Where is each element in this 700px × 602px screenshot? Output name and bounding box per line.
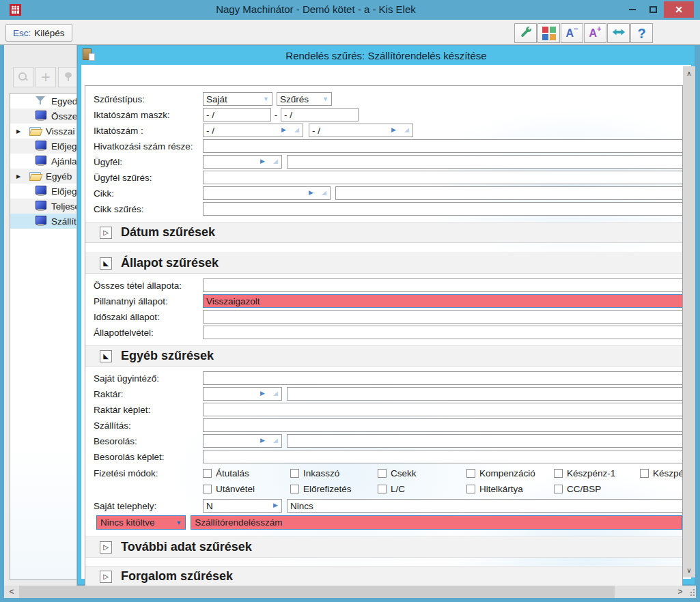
section-status-filters[interactable]: ◣ Állapot szűrések: [85, 253, 683, 274]
tree-item-visszai[interactable]: ▶ Visszai: [10, 124, 77, 139]
status-recording-input[interactable]: [203, 326, 683, 339]
lookup-arrow-icon[interactable]: ▶: [260, 437, 265, 444]
lookup-arrow-icon[interactable]: ▶: [309, 189, 313, 196]
settings-button[interactable]: [514, 23, 537, 43]
reg-num-to-input[interactable]: - / ▶ ◢: [309, 124, 413, 137]
section-title: További adat szűrések: [121, 540, 252, 554]
resize-width-button[interactable]: [607, 23, 630, 43]
current-status-input[interactable]: Visszaigazolt: [203, 294, 683, 308]
tree-item-egyeb[interactable]: ▶ Egyéb: [10, 169, 77, 184]
checkbox-elorefizetes[interactable]: [290, 485, 299, 493]
article-name-input[interactable]: [335, 186, 683, 200]
classification-formula-input[interactable]: [203, 450, 683, 463]
own-admin-input[interactable]: [203, 371, 683, 385]
own-site-name-input[interactable]: Nincs: [287, 499, 683, 513]
classification-code-input[interactable]: ▶ ◢: [203, 434, 282, 448]
supplier-order-number-input[interactable]: Szállítórendelésszám: [191, 515, 682, 530]
lookup-arrow-icon[interactable]: ▶: [273, 502, 278, 508]
vertical-scrollbar[interactable]: ∧ ∨: [683, 66, 695, 577]
horizontal-scrollbar[interactable]: < >: [4, 586, 696, 598]
minimize-button[interactable]: [623, 1, 642, 18]
maximize-button[interactable]: [643, 1, 662, 18]
checkbox-ccbsp[interactable]: [554, 485, 563, 493]
tree-view-button[interactable]: [58, 67, 77, 87]
warehouse-code-input[interactable]: ▶ ◢: [203, 387, 282, 401]
article-code-input[interactable]: ▶ ◢: [203, 186, 331, 200]
shipping-input[interactable]: [203, 418, 683, 432]
titlebar: Nagy Machinátor - Demó kötet - a - Kis E…: [0, 0, 700, 20]
expander-collapsed-icon[interactable]: ▷: [100, 541, 112, 554]
expander-expanded-icon[interactable]: ◣: [100, 257, 112, 270]
checkbox-hitelkartya[interactable]: [466, 485, 475, 493]
filter-type-dropdown[interactable]: Saját▼: [203, 92, 272, 106]
reg-mask-to-input[interactable]: - /: [281, 108, 359, 121]
section-date-filters[interactable]: ▷ Dátum szűrések: [85, 222, 683, 243]
lookup-arrow-icon[interactable]: ▶: [260, 390, 265, 397]
reg-num-from-input[interactable]: - / ▶ ◢: [203, 124, 303, 137]
expand-arrow-icon[interactable]: ▶: [14, 173, 23, 180]
help-button[interactable]: ?: [630, 23, 653, 43]
tree-item-teljese[interactable]: Teljese: [10, 199, 77, 214]
add-button[interactable]: +: [36, 67, 56, 87]
scroll-up-icon[interactable]: ∧: [683, 68, 695, 79]
scroll-down-icon[interactable]: ∨: [683, 564, 695, 576]
filter-mode-dropdown[interactable]: Szűrés▼: [277, 92, 332, 106]
tree-item-elojegy2[interactable]: Előjegy: [10, 184, 77, 199]
lookup-arrow-icon[interactable]: ▶: [260, 158, 265, 164]
lookup-arrow-icon[interactable]: ▶: [281, 126, 286, 133]
corner-triangle-icon[interactable]: ◢: [273, 158, 278, 164]
all-items-status-input[interactable]: [203, 278, 683, 292]
scrollbar-thumb[interactable]: [19, 586, 615, 598]
lookup-arrow-icon[interactable]: ▶: [391, 126, 396, 133]
colors-button[interactable]: [537, 23, 560, 43]
expand-arrow-icon[interactable]: ▶: [14, 128, 23, 134]
not-filled-dropdown[interactable]: Nincs kitöltve ▼: [96, 515, 186, 530]
tree-item-szallito-selected[interactable]: Szállító: [10, 214, 77, 229]
exit-button[interactable]: Esc: Kilépés: [5, 24, 72, 42]
article-filter-input[interactable]: [203, 202, 683, 216]
checkbox-inkasszo[interactable]: [290, 469, 299, 478]
monitor-icon: [35, 186, 48, 197]
periodic-status-input[interactable]: [203, 310, 683, 324]
corner-triangle-icon[interactable]: ◢: [322, 189, 326, 196]
warehouse-formula-input[interactable]: [203, 403, 683, 416]
customer-name-input[interactable]: [287, 155, 683, 169]
tree-item-egyedi[interactable]: Egyedi: [10, 94, 77, 109]
own-site-code-input[interactable]: N ▶: [203, 499, 282, 513]
reference-number-input[interactable]: [203, 139, 683, 153]
resize-grip[interactable]: [686, 586, 696, 598]
font-larger-button[interactable]: A+: [584, 23, 606, 43]
expander-expanded-icon[interactable]: ◣: [100, 350, 112, 362]
checkbox-utanvetel[interactable]: [203, 485, 212, 493]
customer-code-input[interactable]: ▶ ◢: [203, 155, 282, 169]
tree-item-ajanlat[interactable]: Ajánlat: [10, 154, 77, 169]
checkbox-atutalas[interactable]: [203, 469, 212, 478]
section-extra-filters[interactable]: ▷ További adat szűrések: [85, 536, 683, 558]
checkbox-kompenzacio[interactable]: [466, 469, 475, 478]
checkbox-keszpenz2[interactable]: [640, 469, 649, 478]
customer-filter-input[interactable]: [203, 171, 683, 184]
corner-triangle-icon[interactable]: ◢: [294, 126, 299, 133]
folder-icon: [29, 171, 43, 182]
tree-item-osszes[interactable]: Összes: [10, 109, 77, 124]
expander-collapsed-icon[interactable]: ▷: [100, 227, 112, 239]
search-button[interactable]: [13, 67, 33, 87]
tree-item-elojegy1[interactable]: Előjegy: [10, 139, 77, 154]
scroll-left-icon[interactable]: <: [5, 586, 18, 598]
classification-name-input[interactable]: [287, 434, 683, 448]
warehouse-name-input[interactable]: [287, 387, 683, 401]
checkbox-keszpenz1[interactable]: [554, 469, 563, 478]
close-button[interactable]: ✕: [664, 1, 694, 18]
corner-triangle-icon[interactable]: ◢: [273, 390, 278, 397]
corner-triangle-icon[interactable]: ◢: [404, 126, 409, 133]
section-other-filters[interactable]: ◣ Egyéb szűrések: [85, 345, 683, 367]
checkbox-lc[interactable]: [378, 485, 387, 493]
left-sidebar: + Egyedi Összes ▶ Visszai Előjegy: [4, 45, 77, 586]
section-traffic-filters[interactable]: ▷ Forgalom szűrések: [85, 566, 683, 587]
checkbox-csekk[interactable]: [378, 469, 387, 478]
expander-collapsed-icon[interactable]: ▷: [100, 571, 112, 583]
font-smaller-button[interactable]: A−: [561, 23, 583, 43]
scroll-right-icon[interactable]: >: [674, 586, 686, 598]
reg-mask-from-input[interactable]: - /: [203, 108, 271, 121]
corner-triangle-icon[interactable]: ◢: [273, 437, 278, 444]
